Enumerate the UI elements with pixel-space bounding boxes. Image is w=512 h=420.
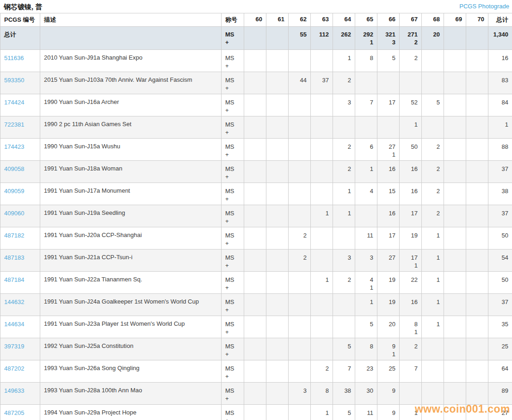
grade-count-ms: 2: [437, 143, 440, 150]
row-total-cell: 83: [488, 72, 512, 94]
designation-ms-label: MS: [225, 276, 240, 284]
grade-count-ms: 1: [370, 298, 373, 305]
grade-cell: [289, 316, 311, 338]
grade-cell: [311, 183, 333, 205]
grade-count-ms: 9: [392, 343, 395, 350]
grade-count-ms: 5: [348, 409, 351, 416]
grade-count-ms: 112: [319, 31, 329, 38]
totals-grade-cell: [244, 27, 266, 50]
description-cell: 1991 Yuan Sun-J18a Woman: [40, 161, 222, 183]
grade-cell: [311, 316, 333, 338]
grade-count-plus: 1: [359, 284, 373, 292]
grade-cell: 16: [400, 183, 422, 205]
designation-cell: MS+: [222, 94, 244, 116]
grade-count-ms: 2: [326, 365, 329, 372]
column-header-grade-60: 60: [244, 13, 266, 27]
grade-cell: [466, 272, 488, 294]
grade-cell: 17: [377, 227, 400, 250]
grade-cell: [266, 183, 289, 205]
pcgs-number-link[interactable]: 487205: [4, 409, 24, 416]
grade-cell: [244, 405, 266, 420]
table-row: 1744241990 Yuan Sun-J16a ArcherMS+371752…: [0, 94, 512, 116]
pcgs-number-link[interactable]: 144634: [4, 321, 24, 328]
grade-cell: 171: [400, 250, 422, 272]
grade-cell: [289, 338, 311, 360]
grade-count-ms: 19: [411, 232, 418, 239]
description-cell: 2010 Yuan Sun-J91a Shanghai Expo: [40, 50, 222, 72]
grade-cell: 91: [377, 338, 400, 360]
pcgs-number-link[interactable]: 174424: [4, 99, 24, 106]
pcgs-number-link[interactable]: 487182: [4, 232, 24, 239]
grade-cell: [355, 116, 377, 139]
pcgs-number-link[interactable]: 149633: [4, 387, 24, 394]
grade-cell: 4: [355, 183, 377, 205]
designation-cell: MS+: [222, 116, 244, 139]
description-cell: 1990 Yuan Sun-J16a Archer: [40, 94, 222, 116]
page-title: 钢芯镀镍, 普: [4, 3, 42, 12]
grade-cell: 5: [422, 94, 444, 116]
grade-count-ms: 262: [341, 31, 351, 38]
pcgs-number-link[interactable]: 487202: [4, 365, 24, 372]
designation-plus-label: +: [225, 151, 240, 158]
grade-cell: 16: [377, 161, 400, 183]
description-cell: 1991 Yuan Sun-J24a Goalkeeper 1st Women'…: [40, 294, 222, 316]
grade-cell: [444, 116, 466, 139]
grade-cell: 11: [355, 227, 377, 250]
grade-cell: [422, 405, 444, 420]
table-row: 5933502015 Yuan Sun-J103a 70th Anniv. Wa…: [0, 72, 512, 94]
grade-cell: 8: [355, 50, 377, 72]
grade-cell: [266, 338, 289, 360]
grade-count-ms: 2: [437, 188, 440, 195]
grade-cell: 1: [355, 161, 377, 183]
grade-count-plus: 1: [359, 38, 373, 46]
grade-cell: 1: [422, 272, 444, 294]
pcgs-number-link[interactable]: 174423: [4, 143, 24, 150]
pcgs-number-link[interactable]: 409059: [4, 188, 24, 195]
grade-cell: [311, 161, 333, 183]
grade-count-ms: 2: [414, 343, 418, 350]
grade-count-ms: 5: [437, 99, 440, 106]
designation-plus-label: +: [225, 173, 240, 181]
grade-cell: [444, 227, 466, 250]
grade-cell: 271: [377, 139, 400, 161]
grade-count-ms: 52: [411, 99, 418, 106]
grade-count-ms: 30: [367, 387, 373, 394]
pcgs-number-link[interactable]: 722381: [4, 121, 24, 128]
grade-cell: [244, 272, 266, 294]
pcgs-number-link[interactable]: 487183: [4, 254, 24, 261]
grade-cell: [244, 250, 266, 272]
column-header-pcgs-number: PCGS 编号: [0, 13, 40, 27]
grade-cell: [444, 338, 466, 360]
grade-cell: 15: [377, 183, 400, 205]
grade-cell: [466, 227, 488, 250]
grade-count-ms: 9: [392, 387, 395, 394]
pcgs-number-link[interactable]: 593350: [4, 77, 24, 84]
grade-count-ms: 5: [392, 55, 395, 61]
pcgs-number-link[interactable]: 409060: [4, 210, 24, 217]
pcgs-photograde-link[interactable]: PCGS Photograde: [459, 3, 509, 10]
grade-cell: [444, 161, 466, 183]
grade-count-ms: 2: [303, 254, 307, 261]
pcgs-number-link[interactable]: 144632: [4, 298, 24, 305]
pcgs-number-link[interactable]: 511636: [4, 55, 24, 61]
grade-cell: [444, 205, 466, 227]
row-total-cell: 50: [488, 272, 512, 294]
grade-count-ms: 19: [389, 298, 395, 305]
grade-cell: [466, 405, 488, 420]
grade-cell: 20: [377, 316, 400, 338]
pcgs-number-link[interactable]: 409058: [4, 165, 24, 172]
pcgs-number-link[interactable]: 487184: [4, 276, 24, 283]
grade-cell: [244, 338, 266, 360]
grade-cell: [244, 72, 266, 94]
designation-ms-label: MS: [225, 365, 240, 372]
pcgs-number-link[interactable]: 397319: [4, 343, 24, 350]
row-total-cell: 38: [488, 183, 512, 205]
grade-cell: [244, 161, 266, 183]
grade-cell: [266, 139, 289, 161]
grade-cell: 37: [311, 72, 333, 94]
designation-ms-label: MS: [225, 98, 240, 106]
designation-ms-label: MS: [225, 298, 240, 306]
designation-plus-label: +: [225, 128, 240, 136]
grade-cell: 1: [333, 205, 355, 227]
grade-cell: 1: [311, 272, 333, 294]
